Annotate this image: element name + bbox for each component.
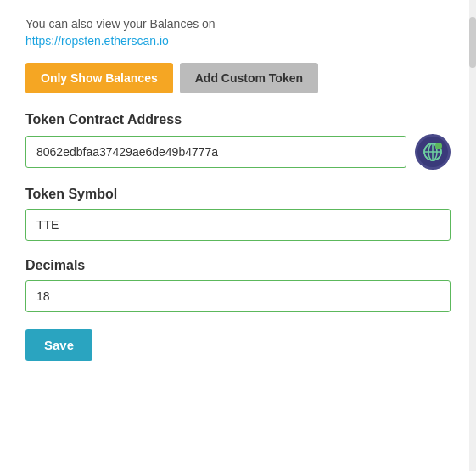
decimals-section: Decimals — [25, 258, 451, 312]
token-symbol-label: Token Symbol — [25, 187, 451, 202]
button-group: Only Show Balances Add Custom Token — [25, 63, 451, 93]
token-icon — [415, 134, 451, 170]
decimals-label: Decimals — [25, 258, 451, 273]
scrollbar[interactable] — [469, 0, 476, 471]
token-symbol-section: Token Symbol — [25, 187, 451, 241]
svg-point-7 — [435, 143, 442, 149]
only-show-balances-button[interactable]: Only Show Balances — [25, 63, 173, 93]
token-symbol-input[interactable] — [25, 209, 451, 241]
info-text: You can also view your Balances on — [25, 17, 451, 31]
save-button[interactable]: Save — [25, 329, 92, 361]
contract-address-input[interactable] — [25, 136, 406, 168]
add-custom-token-button[interactable]: Add Custom Token — [180, 63, 318, 93]
decimals-row — [25, 280, 451, 312]
etherscan-link[interactable]: https://ropsten.etherscan.io — [25, 34, 451, 48]
scrollbar-thumb — [469, 17, 476, 68]
token-symbol-row — [25, 209, 451, 241]
decimals-input[interactable] — [25, 280, 451, 312]
contract-address-label: Token Contract Address — [25, 112, 451, 127]
contract-address-section: Token Contract Address — [25, 112, 451, 170]
contract-address-row — [25, 134, 451, 170]
